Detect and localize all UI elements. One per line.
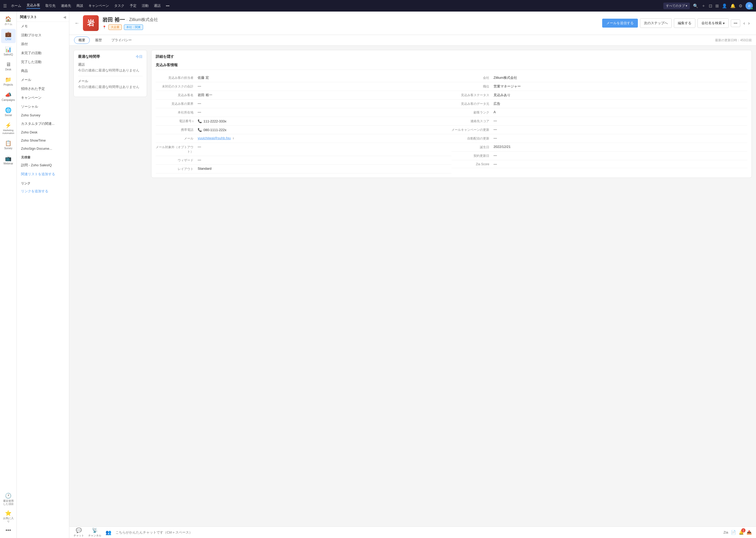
sidebar-item-survey[interactable]: 📋 Survey bbox=[1, 138, 16, 152]
today-link[interactable]: 今日 bbox=[136, 54, 143, 59]
related-list-collapse-icon[interactable]: ◀ bbox=[63, 15, 66, 19]
user-avatar[interactable]: 岩 bbox=[745, 2, 753, 10]
chat-button[interactable]: 💬 チャット bbox=[73, 527, 84, 537]
hamburger-icon[interactable]: ☰ bbox=[3, 3, 7, 8]
bell-icon[interactable]: 🔔 bbox=[730, 3, 735, 8]
chat-input[interactable] bbox=[116, 530, 719, 534]
details-group-title: 見込み客情報 bbox=[156, 63, 747, 70]
related-item-products[interactable]: 商品 bbox=[17, 67, 69, 76]
related-item-memo[interactable]: メモ bbox=[17, 22, 69, 31]
related-item-zoho-desk[interactable]: Zoho Desk bbox=[17, 128, 69, 136]
sidebar-item-campaigns[interactable]: 📣 Campaigns bbox=[1, 89, 16, 104]
nav-more[interactable]: ••• bbox=[166, 4, 169, 8]
phone-info-icon[interactable]: ℹ bbox=[192, 120, 193, 123]
notifications-panel-icon[interactable]: ⊡ bbox=[709, 3, 712, 8]
previous-record-button[interactable]: ‹ bbox=[742, 20, 746, 27]
send-email-button[interactable]: メールを送信する bbox=[602, 19, 638, 27]
detail-lead-name: 見込み客名 岩田 裕一 bbox=[156, 91, 451, 100]
sidebar-marketing-label: Marketing Automation bbox=[2, 129, 15, 135]
tab-privacy[interactable]: プライバシー bbox=[107, 37, 136, 44]
profile-info: 岩田 裕一 - Zillium株式会社 📍 大企業 本社：関東 bbox=[102, 16, 598, 30]
nav-calls[interactable]: 通話 bbox=[154, 3, 161, 8]
nav-activities[interactable]: 活動 bbox=[142, 3, 149, 8]
settings-icon[interactable]: ⚙ bbox=[739, 3, 742, 8]
salesiq-icon: 📊 bbox=[5, 46, 12, 53]
crm-icon: 💼 bbox=[5, 31, 12, 37]
nav-leads[interactable]: 見込み客 bbox=[26, 3, 40, 9]
avatar-text: 岩 bbox=[87, 18, 95, 28]
detail-lead-industry: 見込み客の業界 — bbox=[156, 100, 451, 108]
sidebar-item-desk[interactable]: 🖥 Desk bbox=[1, 59, 16, 73]
nav-home[interactable]: ホーム bbox=[11, 3, 21, 8]
add-link[interactable]: リンクを追加する bbox=[17, 187, 69, 196]
nav-campaigns[interactable]: キャンペーン bbox=[88, 3, 109, 8]
search-company-button[interactable]: 会社名を検索 ▾ bbox=[697, 19, 729, 28]
related-item-social[interactable]: ソーシャル bbox=[17, 102, 69, 111]
detail-position: 職位 営業マネージャー bbox=[451, 82, 747, 91]
calendar-icon[interactable]: ⊞ bbox=[715, 3, 719, 8]
related-item-salesiq-visit[interactable]: 訪問 - Zoho SalesIQ bbox=[17, 161, 69, 170]
email-info-icon[interactable]: ℹ bbox=[233, 137, 234, 140]
more-options-button[interactable]: ••• bbox=[731, 20, 740, 27]
add-icon[interactable]: ＋ bbox=[701, 3, 706, 9]
chat-input-area bbox=[116, 530, 719, 534]
nav-tasks[interactable]: タスク bbox=[114, 3, 124, 8]
contacts-icon[interactable]: 👤 bbox=[722, 3, 727, 8]
channel-button[interactable]: 📡 チャンネル bbox=[88, 527, 101, 537]
next-step-button[interactable]: 次のステップへ bbox=[640, 19, 672, 28]
edit-button[interactable]: 編集する bbox=[674, 19, 695, 28]
next-record-button[interactable]: › bbox=[747, 20, 751, 27]
detail-contract-renewal: 契約更新日 — bbox=[451, 152, 747, 160]
related-item-zoho-sign[interactable]: ZohoSign Docume... bbox=[17, 144, 69, 153]
all-tabs-button[interactable]: すべてのタブ ▾ bbox=[663, 3, 690, 9]
related-item-complete-activity[interactable]: 完了した活動 bbox=[17, 58, 69, 67]
notification-icon[interactable]: 🔔 1 bbox=[739, 530, 744, 535]
sidebar-home-label: ホーム bbox=[4, 23, 12, 26]
back-button[interactable]: ← bbox=[74, 21, 79, 26]
related-item-zoho-showtime[interactable]: Zoho ShowTime bbox=[17, 136, 69, 144]
related-item-activity-process[interactable]: 活動プロセス bbox=[17, 31, 69, 40]
tab-overview[interactable]: 概要 bbox=[74, 36, 90, 44]
sidebar-item-salesiq[interactable]: 📊 SalesIQ bbox=[1, 44, 16, 58]
sidebar-desk-label: Desk bbox=[5, 68, 11, 71]
sidebar-item-social[interactable]: 🌐 Social bbox=[1, 105, 16, 119]
tab-history[interactable]: 履歴 bbox=[91, 37, 106, 44]
mobile-call-icon: 📞 bbox=[198, 128, 202, 132]
sidebar-item-home[interactable]: 🏠 ホーム bbox=[1, 14, 16, 28]
zia-label[interactable]: Zia bbox=[724, 530, 728, 534]
bottom-bar: 💬 チャット 📡 チャンネル 👥 Zia 📄 bbox=[69, 526, 756, 538]
best-time-title: 最適な時間帯 bbox=[78, 54, 100, 59]
details-toggle[interactable]: 詳細を隠す bbox=[156, 54, 747, 59]
people-button[interactable]: 👥 bbox=[106, 530, 111, 535]
social-icon: 🌐 bbox=[5, 107, 12, 113]
sidebar-item-recent[interactable]: 🕐 最近使用した項目 bbox=[1, 490, 16, 508]
sidebar-item-favorites[interactable]: ⭐ お気に入り bbox=[1, 508, 16, 525]
star-icon: ⭐ bbox=[5, 510, 12, 516]
upload-icon[interactable]: 📤 bbox=[746, 530, 752, 535]
sidebar-item-webinar[interactable]: 📺 Webinar bbox=[1, 153, 16, 167]
search-icon[interactable]: 🔍 bbox=[693, 3, 698, 8]
document-icon[interactable]: 📄 bbox=[731, 530, 736, 535]
sidebar-item-dots[interactable]: ••• bbox=[1, 525, 16, 536]
phone-call-icon: 📞 bbox=[198, 119, 202, 123]
detail-email: メール yuuichiiwai@suhb.fqu ℹ bbox=[156, 134, 451, 143]
nav-contacts[interactable]: 連絡先 bbox=[61, 3, 71, 8]
sidebar-item-marketing-automation[interactable]: ⚡ Marketing Automation bbox=[1, 120, 16, 137]
add-related-list-link[interactable]: 関連リストを追加する bbox=[17, 170, 69, 179]
related-item-attachment[interactable]: 添付 bbox=[17, 40, 69, 49]
nav-deals[interactable]: 商談 bbox=[76, 3, 83, 8]
sidebar-item-projects[interactable]: 📁 Projects bbox=[1, 74, 16, 88]
sidebar-item-crm[interactable]: 💼 CRM bbox=[1, 29, 16, 43]
related-item-incomplete-activity[interactable]: 未完了の活動 bbox=[17, 49, 69, 58]
related-item-email[interactable]: メール bbox=[17, 76, 69, 84]
related-list-header: 関連リスト ◀ bbox=[17, 12, 69, 22]
email-link[interactable]: yuuichiiwai@suhb.fqu bbox=[198, 136, 231, 140]
related-item-invited-schedule[interactable]: 招待された予定 bbox=[17, 84, 69, 93]
related-item-campaign[interactable]: キャンペーン bbox=[17, 93, 69, 102]
profile-name: 岩田 裕一 bbox=[102, 16, 125, 24]
nav-accounts[interactable]: 取引先 bbox=[45, 3, 56, 8]
related-item-custom-tab[interactable]: カスタムタブの関連... bbox=[17, 119, 69, 128]
related-item-zoho-survey[interactable]: Zoho Survey bbox=[17, 111, 69, 119]
nav-schedule[interactable]: 予定 bbox=[130, 3, 136, 8]
best-time-header: 最適な時間帯 今日 bbox=[78, 54, 143, 59]
